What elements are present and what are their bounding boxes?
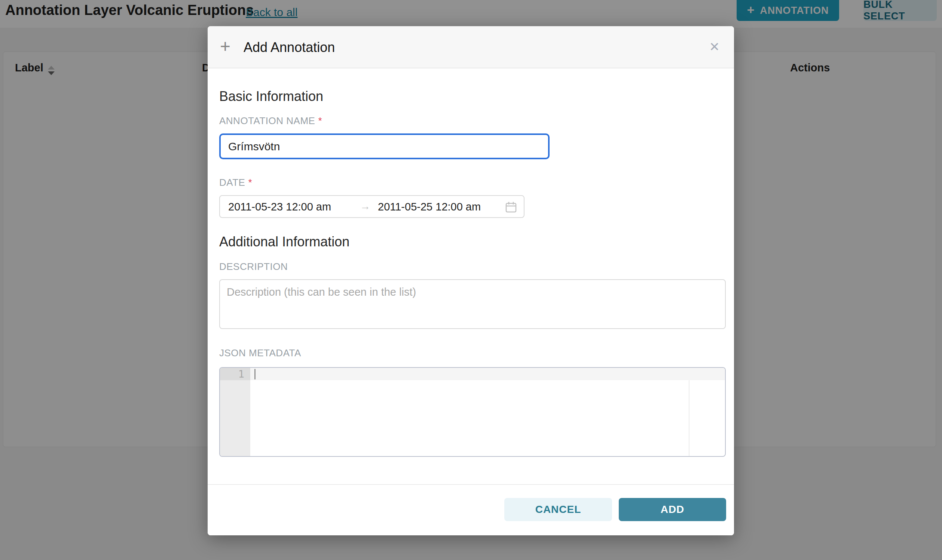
plus-icon: + [220,37,230,55]
description-label: DESCRIPTION [219,261,288,272]
add-button[interactable]: ADD [619,498,726,521]
description-textarea[interactable] [219,279,726,329]
json-metadata-label: JSON METADATA [219,347,301,359]
annotation-name-input[interactable] [219,134,550,159]
editor-cursor [254,369,256,380]
cancel-button[interactable]: CANCEL [504,498,612,521]
close-icon[interactable]: ✕ [709,40,720,53]
calendar-icon [505,201,517,215]
editor-gutter [220,368,250,456]
modal-footer: CANCEL ADD [208,484,734,535]
modal-header: + Add Annotation ✕ [208,26,734,68]
section-additional-information: Additional Information [219,234,349,250]
editor-print-margin [689,380,689,456]
date-range-picker[interactable]: 2011-05-23 12:00 am → 2011-05-25 12:00 a… [219,195,524,218]
editor-active-line [250,368,725,380]
required-asterisk: * [318,115,322,126]
editor-line-number: 1 [220,368,250,380]
section-basic-information: Basic Information [219,89,323,104]
date-start-value[interactable]: 2011-05-23 12:00 am [228,201,331,213]
annotation-name-label: ANNOTATION NAME* [219,115,322,127]
required-asterisk: * [248,177,252,188]
add-annotation-modal: + Add Annotation ✕ Basic Information ANN… [208,26,734,535]
range-arrow-icon: → [360,200,370,212]
modal-title: Add Annotation [244,40,335,55]
date-label: DATE* [219,177,252,188]
json-metadata-editor[interactable]: 1 [219,367,726,457]
date-end-value[interactable]: 2011-05-25 12:00 am [378,201,481,213]
